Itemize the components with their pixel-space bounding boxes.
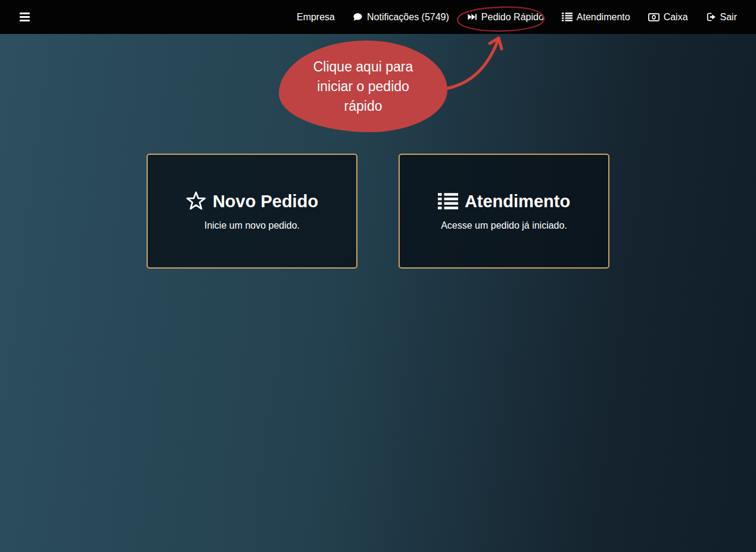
nav-item-label: Empresa	[297, 12, 335, 23]
star-icon	[186, 191, 206, 211]
fast-forward-icon	[467, 12, 477, 22]
card-title: Atendimento	[465, 192, 570, 211]
nav-item-label: Caixa	[664, 12, 688, 23]
comment-icon	[353, 12, 363, 22]
list-icon	[438, 193, 458, 210]
nav-item-label: Atendimento	[577, 12, 630, 23]
hamburger-menu-button[interactable]	[20, 10, 34, 24]
card-subtitle: Inicie um novo pedido.	[204, 220, 300, 231]
nav-item-label: Sair	[720, 12, 737, 23]
hamburger-icon	[20, 13, 30, 14]
list-icon	[562, 13, 573, 21]
main-content: Novo Pedido Inicie um novo pedido. Atend…	[0, 34, 756, 269]
atendimento-card[interactable]: Atendimento Acesse um pedido já iniciado…	[399, 154, 609, 269]
nav-item-label: Notificações (5749)	[367, 12, 449, 23]
nav-item-pedido-rapido[interactable]: Pedido Rápido	[467, 12, 544, 23]
nav-item-atendimento[interactable]: Atendimento	[562, 12, 630, 23]
nav-item-label: Pedido Rápido	[481, 12, 544, 23]
sign-out-icon	[706, 12, 716, 22]
card-title: Novo Pedido	[213, 192, 318, 211]
nav-item-empresa[interactable]: Empresa	[297, 12, 335, 23]
money-bill-icon	[648, 13, 659, 22]
top-navbar: Empresa Notificações (5749) Pedido Rápid…	[0, 0, 756, 34]
novo-pedido-card[interactable]: Novo Pedido Inicie um novo pedido.	[147, 154, 357, 269]
card-title-row: Novo Pedido	[186, 191, 318, 211]
navbar-links: Empresa Notificações (5749) Pedido Rápid…	[297, 12, 737, 23]
nav-item-notificacoes[interactable]: Notificações (5749)	[353, 12, 449, 23]
card-subtitle: Acesse um pedido já iniciado.	[441, 220, 567, 231]
card-title-row: Atendimento	[438, 192, 570, 211]
nav-item-caixa[interactable]: Caixa	[648, 12, 688, 23]
nav-item-sair[interactable]: Sair	[706, 12, 737, 23]
